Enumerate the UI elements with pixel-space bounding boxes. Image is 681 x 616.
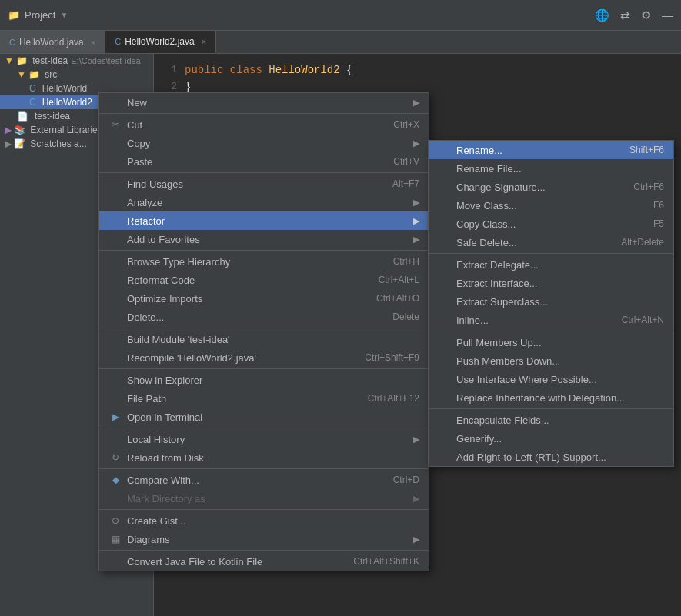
submenu-encapsulate[interactable]: Encapsulate Fields... bbox=[429, 411, 673, 429]
menu-explorer-label: Show in Explorer bbox=[127, 375, 202, 386]
menu-reload-label: Reload from Disk bbox=[127, 452, 204, 464]
menu-filepath-label: File Path bbox=[127, 393, 166, 405]
menu-item-compare[interactable]: ◆ Compare With... Ctrl+D bbox=[99, 471, 429, 489]
menu-find-usages-label: Find Usages bbox=[127, 178, 183, 190]
safe-delete-shortcut: Alt+Delete bbox=[621, 237, 664, 248]
tree-item-src[interactable]: ▼ 📁 src bbox=[0, 68, 153, 82]
menu-item-create-gist[interactable]: ⊙ Create Gist... bbox=[99, 511, 429, 530]
menu-item-open-terminal[interactable]: ▶ Open in Terminal bbox=[99, 408, 429, 426]
menu-item-convert-kotlin[interactable]: Convert Java File to Kotlin File Ctrl+Al… bbox=[99, 552, 429, 571]
submenu-change-signature[interactable]: Change Signature... Ctrl+F6 bbox=[429, 178, 673, 196]
submenu-pull-up[interactable]: Pull Members Up... bbox=[429, 333, 673, 351]
submenu-encapsulate-label: Encapsulate Fields... bbox=[456, 415, 549, 426]
separator-5 bbox=[99, 368, 429, 369]
menu-item-delete[interactable]: Delete... Delete bbox=[99, 308, 429, 326]
line-num-1: 1 bbox=[154, 62, 177, 78]
tree-src-label: src bbox=[45, 69, 57, 80]
submenu-rtl[interactable]: Add Right-to-Left (RTL) Support... bbox=[429, 448, 673, 466]
submenu-generify-label: Generify... bbox=[456, 433, 502, 445]
menu-compare-label: Compare With... bbox=[127, 474, 199, 486]
submenu-rename-file-label: Rename File... bbox=[456, 163, 522, 175]
menu-build-module-label: Build Module 'test-idea' bbox=[127, 334, 230, 345]
submenu-use-interface[interactable]: Use Interface Where Possible... bbox=[429, 370, 673, 388]
menu-item-copy[interactable]: Copy ▶ bbox=[99, 134, 429, 152]
submenu-copy-class[interactable]: Copy Class... F5 bbox=[429, 215, 673, 233]
globe-icon[interactable]: 🌐 bbox=[595, 8, 609, 22]
menu-item-show-explorer[interactable]: Show in Explorer bbox=[99, 371, 429, 389]
gear-icon[interactable]: ⚙ bbox=[641, 8, 651, 22]
submenu-push-down-label: Push Members Down... bbox=[456, 355, 560, 367]
tab-helloworld-label: HelloWorld.java bbox=[19, 37, 84, 48]
compare-icon: ◆ bbox=[108, 474, 122, 485]
menu-item-analyze[interactable]: Analyze ▶ bbox=[99, 193, 429, 211]
menu-item-cut[interactable]: ✂ Cut Ctrl+X bbox=[99, 115, 429, 134]
submenu-replace-inheritance[interactable]: Replace Inheritance with Delegation... bbox=[429, 388, 673, 407]
submenu-copy-class-label: Copy Class... bbox=[456, 218, 516, 230]
menu-item-new[interactable]: New ▶ bbox=[99, 93, 429, 112]
menu-item-recompile[interactable]: Recompile 'HelloWorld2.java' Ctrl+Shift+… bbox=[99, 348, 429, 367]
menu-item-file-path[interactable]: File Path Ctrl+Alt+F12 bbox=[99, 389, 429, 408]
cut-shortcut: Ctrl+X bbox=[393, 119, 419, 130]
separator-9 bbox=[99, 550, 429, 551]
local-history-arrow: ▶ bbox=[413, 435, 419, 445]
menu-item-refactor[interactable]: Refactor ▶ bbox=[99, 211, 429, 230]
tab-helloworld2-close[interactable]: × bbox=[202, 37, 206, 46]
kotlin-shortcut: Ctrl+Alt+Shift+K bbox=[353, 556, 419, 567]
menu-hierarchy-label: Browse Type Hierarchy bbox=[127, 256, 230, 268]
menu-item-add-favorites[interactable]: Add to Favorites ▶ bbox=[99, 230, 429, 248]
menu-item-build-module[interactable]: Build Module 'test-idea' bbox=[99, 330, 429, 348]
filepath-shortcut: Ctrl+Alt+F12 bbox=[368, 393, 419, 404]
minimize-icon[interactable]: — bbox=[662, 8, 673, 22]
tab-helloworld-close[interactable]: × bbox=[91, 38, 95, 47]
copy-arrow-icon: ▶ bbox=[413, 138, 419, 148]
change-sig-shortcut: Ctrl+F6 bbox=[633, 181, 664, 192]
submenu-change-sig-label: Change Signature... bbox=[456, 181, 546, 193]
menu-gist-label: Create Gist... bbox=[127, 515, 186, 527]
tree-helloworld-label: HelloWorld bbox=[42, 83, 87, 94]
submenu-extract-interface[interactable]: Extract Interface... bbox=[429, 274, 673, 292]
separator-8 bbox=[99, 509, 429, 510]
menu-item-reload[interactable]: ↻ Reload from Disk bbox=[99, 448, 429, 467]
menu-terminal-label: Open in Terminal bbox=[127, 411, 202, 423]
separator-1 bbox=[99, 113, 429, 114]
cut-item-icon: ✂ bbox=[108, 119, 122, 130]
mark-dir-arrow: ▶ bbox=[413, 494, 419, 504]
folder-icon: 📁 bbox=[8, 9, 20, 21]
submenu-extract-delegate[interactable]: Extract Delegate... bbox=[429, 255, 673, 274]
submenu-safe-delete[interactable]: Safe Delete... Alt+Delete bbox=[429, 233, 673, 251]
module-icon: 📄 bbox=[17, 111, 28, 122]
move-class-shortcut: F6 bbox=[653, 200, 664, 211]
submenu-extract-superclass[interactable]: Extract Superclass... bbox=[429, 292, 673, 311]
split-icon[interactable]: ⇄ bbox=[620, 8, 630, 22]
submenu-extract-delegate-label: Extract Delegate... bbox=[456, 259, 539, 271]
submenu-rename-file[interactable]: Rename File... bbox=[429, 159, 673, 178]
menu-item-reformat[interactable]: Reformat Code Ctrl+Alt+L bbox=[99, 271, 429, 289]
submenu-move-class[interactable]: Move Class... F6 bbox=[429, 196, 673, 215]
tree-root-label: test-idea bbox=[32, 55, 68, 66]
submenu-inline[interactable]: Inline... Ctrl+Alt+N bbox=[429, 311, 673, 329]
menu-item-browse-hierarchy[interactable]: Browse Type Hierarchy Ctrl+H bbox=[99, 252, 429, 271]
menu-item-optimize[interactable]: Optimize Imports Ctrl+Alt+O bbox=[99, 289, 429, 308]
helloworld-java-icon: C bbox=[29, 83, 36, 94]
submenu-use-interface-label: Use Interface Where Possible... bbox=[456, 374, 597, 385]
tab-helloworld2[interactable]: C HelloWorld2.java × bbox=[105, 30, 216, 53]
submenu-rename[interactable]: Rename... Shift+F6 bbox=[429, 141, 673, 159]
menu-item-local-history[interactable]: Local History ▶ bbox=[99, 430, 429, 448]
java-tab2-icon: C bbox=[115, 37, 121, 46]
tab-helloworld[interactable]: C HelloWorld.java × bbox=[0, 30, 105, 53]
menu-item-find-usages[interactable]: Find Usages Alt+F7 bbox=[99, 175, 429, 193]
tree-item-root[interactable]: ▼ 📁 test-idea E:\Codes\test-idea bbox=[0, 54, 153, 68]
hierarchy-shortcut: Ctrl+H bbox=[393, 256, 419, 267]
menu-item-paste[interactable]: Paste Ctrl+V bbox=[99, 152, 429, 171]
tabs-bar: C HelloWorld.java × C HelloWorld2.java × bbox=[0, 31, 681, 54]
menu-item-mark-directory[interactable]: Mark Directory as ▶ bbox=[99, 489, 429, 508]
menu-analyze-label: Analyze bbox=[127, 197, 162, 208]
tab-helloworld2-label: HelloWorld2.java bbox=[125, 36, 195, 47]
menu-mark-dir-label: Mark Directory as bbox=[127, 493, 205, 504]
dropdown-arrow-icon[interactable]: ▼ bbox=[60, 11, 68, 19]
menu-item-diagrams[interactable]: ▦ Diagrams ▶ bbox=[99, 530, 429, 548]
submenu-generify[interactable]: Generify... bbox=[429, 429, 673, 448]
submenu-push-down[interactable]: Push Members Down... bbox=[429, 351, 673, 370]
project-folder-icon: ▼ 📁 bbox=[5, 55, 28, 66]
reload-icon: ↻ bbox=[108, 452, 122, 463]
